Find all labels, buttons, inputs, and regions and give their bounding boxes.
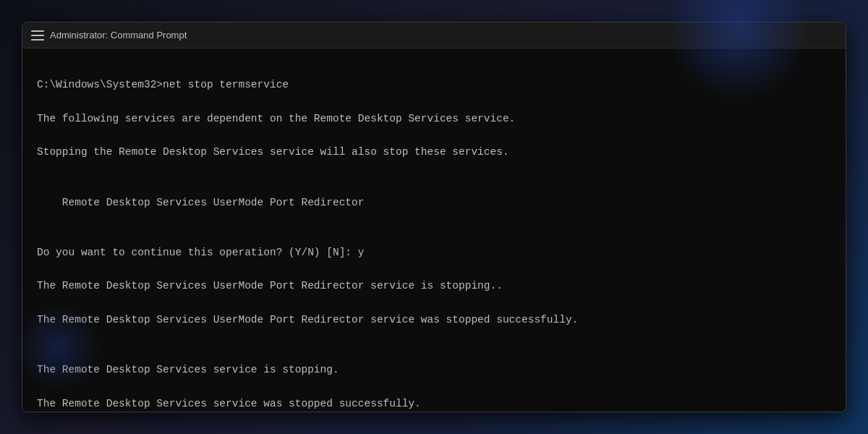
terminal-line: The following services are dependent on … [37,111,831,127]
terminal-line: The Remote Desktop Services UserMode Por… [37,312,831,328]
blank-line [37,345,831,362]
blank-line [37,228,831,244]
terminal-line: The Remote Desktop Services service is s… [37,362,831,378]
terminal-line: The Remote Desktop Services UserMode Por… [37,278,831,294]
desktop-background: Administrator: Command Prompt C:\Windows… [0,0,868,434]
terminal-line: Stopping the Remote Desktop Services ser… [37,144,831,161]
cmd-icon [31,30,44,41]
terminal-body[interactable]: C:\Windows\System32>net stop termservice… [22,48,846,412]
terminal-line: The Remote Desktop Services service was … [37,396,831,412]
terminal-line: Remote Desktop Services UserMode Port Re… [37,195,831,211]
blank-line [37,177,831,194]
terminal-line: Do you want to continue this operation? … [37,244,831,261]
window-title: Administrator: Command Prompt [50,30,187,41]
decorative-circle-2 [14,304,101,391]
